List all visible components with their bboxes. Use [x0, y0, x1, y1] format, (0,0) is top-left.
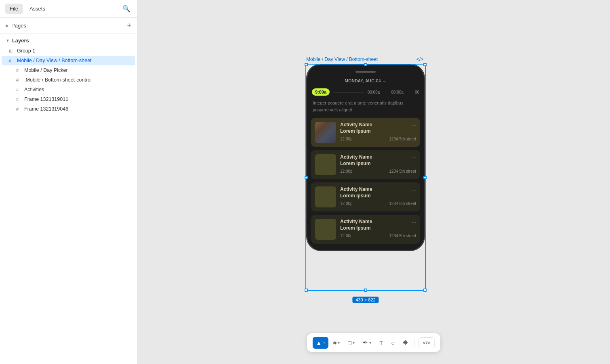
activity-addr-2: 1234 5th street — [389, 169, 416, 174]
activity-addr-3: 1234 5th street — [389, 201, 416, 206]
date-text: MONDAY, AUG 04 — [345, 79, 381, 83]
text-tool-button[interactable]: T — [376, 337, 386, 349]
add-page-button[interactable]: + — [127, 22, 131, 29]
layers-header: ▼ Layers — [0, 33, 137, 46]
timeline-time-1: 00:00a — [368, 90, 380, 94]
activity-card-4[interactable]: Activity NameLorem Ipsum 12:00p 1234 5th… — [311, 215, 420, 244]
activity-card-3[interactable]: Activity NameLorem Ipsum 12:00p 1234 5th… — [311, 182, 420, 211]
more-button-2[interactable]: ··· — [411, 154, 416, 161]
layers-title: Layers — [12, 38, 29, 44]
chevron-right-icon: ▶ — [6, 23, 9, 28]
layer-item-group1[interactable]: ⊞ Group 1 — [2, 46, 135, 56]
hash-icon: # — [9, 58, 15, 63]
activity-meta-3: 12:00p 1234 5th street — [340, 201, 416, 206]
activity-name-4: Activity NameLorem Ipsum — [340, 219, 416, 231]
toolbar-divider — [414, 339, 414, 347]
layers-section: ▼ Layers ⊞ Group 1 # Mobile / Day View /… — [0, 33, 137, 364]
layer-name: Frame 1321319046 — [24, 106, 68, 112]
pages-toggle[interactable]: ▶ Pages — [6, 23, 127, 29]
pen-icon: ✒ — [363, 339, 368, 346]
select-icon: ▲ — [316, 339, 322, 346]
activity-thumb-4 — [315, 219, 336, 240]
activity-name-2: Activity NameLorem Ipsum — [340, 154, 416, 167]
hash-icon: ⊞ — [9, 48, 15, 54]
frame-icon: # — [333, 339, 337, 346]
current-time-badge: 9:00a — [312, 88, 330, 96]
shape-tool-button[interactable]: □ ▾ — [345, 337, 358, 349]
layer-item-mobile-day-view[interactable]: # Mobile / Day View / Bottom-sheet — [2, 56, 135, 65]
activity-addr-4: 1234 5th street — [389, 234, 416, 238]
frame-chevron-icon: ▾ — [338, 341, 340, 345]
pages-section: ▶ Pages + — [0, 18, 137, 33]
search-button[interactable]: 🔍 — [121, 3, 132, 14]
hash-icon: # — [16, 97, 22, 102]
timeline: 9:00a 00:00a 00:00a 00 — [307, 88, 424, 96]
component-icon: ❋ — [403, 339, 408, 346]
layer-item-frame1[interactable]: # Frame 1321319011 — [2, 94, 135, 104]
activity-time-1: 12:00p — [340, 137, 353, 141]
ellipse-icon: ○ — [391, 339, 395, 346]
phone-mockup: MONDAY, AUG 04 ⌄ 9:00a 00:00a 00:00a 00 … — [306, 64, 425, 251]
activity-time-2: 12:00p — [340, 169, 353, 174]
layer-name: .Mobile / Bottom-sheet-control — [24, 77, 92, 83]
ellipse-tool-button[interactable]: ○ — [388, 337, 398, 349]
pen-tool-button[interactable]: ✒ ▾ — [360, 337, 374, 349]
select-tool-button[interactable]: ▲ ▾ — [313, 337, 328, 349]
text-icon: T — [379, 339, 383, 346]
tab-assets[interactable]: Assets — [25, 4, 50, 14]
code-icon: </> — [423, 340, 430, 346]
layer-name: Frame 1321319011 — [24, 96, 68, 102]
bottom-toolbar: ▲ ▾ # ▾ □ ▾ ✒ ▾ T ○ ❋ — [307, 333, 440, 352]
activity-name-1: Activity NameLorem Ipsum — [340, 122, 416, 134]
sidebar: File Assets 🔍 ▶ Pages + ▼ Layers ⊞ Group… — [0, 0, 137, 364]
search-icon: 🔍 — [122, 5, 130, 12]
handle-bottom-right[interactable] — [423, 289, 427, 292]
frame-tool-button[interactable]: # ▾ — [330, 337, 343, 349]
shape-chevron-icon: ▾ — [353, 341, 355, 345]
hash-icon: # — [16, 107, 22, 111]
activity-info-2: Activity NameLorem Ipsum 12:00p 1234 5th… — [340, 154, 416, 175]
more-button-1[interactable]: ··· — [411, 122, 416, 128]
component-tool-button[interactable]: ❋ — [400, 337, 411, 349]
more-button-4[interactable]: ··· — [411, 219, 416, 225]
layer-name: Activities — [24, 87, 44, 92]
handle-bottom-left[interactable] — [305, 289, 308, 292]
activity-thumb-2 — [315, 154, 336, 175]
handle-bottom-mid[interactable] — [364, 289, 367, 292]
activity-info-3: Activity NameLorem Ipsum 12:00p 1234 5th… — [340, 186, 416, 207]
layer-name: Mobile / Day View / Bottom-sheet — [17, 58, 92, 63]
canvas-area[interactable]: Mobile / Day View / Bottom-sheet </> 430… — [137, 0, 610, 364]
hash-icon: # — [16, 77, 22, 82]
pen-chevron-icon: ▾ — [369, 341, 371, 345]
activity-name-3: Activity NameLorem Ipsum — [340, 186, 416, 199]
sidebar-header: File Assets 🔍 — [0, 0, 137, 18]
activity-image-1 — [315, 122, 336, 143]
layer-item-mobile-bottom-control[interactable]: # .Mobile / Bottom-sheet-control — [2, 75, 135, 85]
layer-name: Mobile / Day Picker — [24, 67, 68, 73]
activity-info-4: Activity NameLorem Ipsum 12:00p 1234 5th… — [340, 219, 416, 240]
activity-meta-2: 12:00p 1234 5th street — [340, 169, 416, 174]
pages-label: Pages — [11, 23, 26, 29]
layer-item-frame2[interactable]: # Frame 1321319046 — [2, 104, 135, 114]
component-label: Mobile / Day View / Bottom-sheet </> — [306, 56, 423, 62]
activity-info-1: Activity NameLorem Ipsum 12:00p 1234 5th… — [340, 122, 416, 143]
activity-time-4: 12:00p — [340, 234, 353, 238]
activity-addr-1: 1234 5th street — [389, 137, 416, 141]
component-name-label: Mobile / Day View / Bottom-sheet — [306, 56, 378, 62]
timeline-dots: 00:00a 00:00a 00 — [368, 90, 419, 94]
activity-thumb-3 — [315, 186, 336, 207]
code-icon[interactable]: </> — [416, 56, 423, 62]
select-chevron-icon: ▾ — [323, 341, 325, 345]
layer-item-mobile-day-picker[interactable]: # Mobile / Day Picker — [2, 65, 135, 75]
shape-icon: □ — [348, 339, 351, 346]
code-button[interactable]: </> — [418, 337, 435, 348]
phone-screen: MONDAY, AUG 04 ⌄ 9:00a 00:00a 00:00a 00 … — [307, 65, 424, 250]
more-button-3[interactable]: ··· — [411, 186, 416, 193]
layer-name: Group 1 — [17, 48, 35, 54]
activity-thumb-1 — [315, 122, 336, 143]
timeline-time-2: 00:00a — [391, 90, 404, 94]
tab-file[interactable]: File — [5, 4, 23, 14]
activity-card-2[interactable]: Activity NameLorem Ipsum 12:00p 1234 5th… — [311, 150, 420, 179]
layer-item-activities[interactable]: # Activities — [2, 85, 135, 94]
activity-card-1[interactable]: Activity NameLorem Ipsum 12:00p 1234 5th… — [311, 118, 420, 147]
